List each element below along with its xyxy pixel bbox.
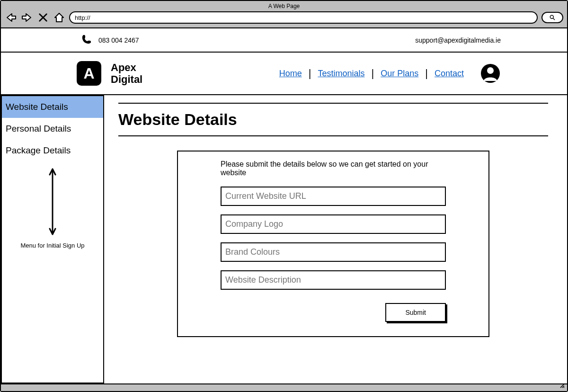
sidebar-caption: Menu for Initial Sign Up (20, 242, 84, 249)
website-description-input[interactable] (221, 270, 446, 290)
forward-icon[interactable] (21, 11, 33, 24)
content-area: Website Details Personal Details Package… (1, 95, 567, 383)
company-logo-input[interactable] (221, 214, 446, 234)
site-header: A Apex Digital Home | Testimonials | Our… (1, 53, 567, 95)
stop-icon[interactable] (37, 11, 49, 24)
status-bar (1, 383, 567, 391)
browser-toolbar: http:// (5, 11, 563, 24)
sidebar-item-personal-details[interactable]: Personal Details (2, 118, 103, 140)
nav-testimonials[interactable]: Testimonials (311, 69, 371, 79)
form-instruction: Please submit the details below so we ca… (221, 160, 446, 177)
phone-icon (81, 34, 92, 46)
brand-line2: Digital (111, 73, 142, 85)
page-title: Website Details (118, 103, 548, 136)
brand-colours-input[interactable] (221, 242, 446, 262)
sidebar-item-package-details[interactable]: Package Details (2, 140, 103, 161)
url-text: http:// (75, 14, 90, 21)
brand-group: A Apex Digital (77, 61, 142, 86)
resize-grip-icon[interactable] (559, 383, 565, 390)
home-icon[interactable] (53, 11, 65, 24)
phone-group: 083 004 2467 (81, 34, 139, 46)
search-go-button[interactable] (541, 12, 563, 23)
user-avatar-icon[interactable] (480, 63, 501, 84)
browser-title: A Web Page (5, 3, 563, 9)
nav-home[interactable]: Home (273, 69, 309, 79)
nav-contact[interactable]: Contact (428, 69, 470, 79)
support-email: support@apexdigitalmedia.ie (415, 36, 501, 44)
browser-window: A Web Page http:// (0, 0, 568, 392)
svg-point-2 (487, 67, 494, 74)
website-details-form: Please submit the details below so we ca… (177, 151, 489, 337)
sidebar-item-label: Website Details (6, 102, 68, 112)
brand-name: Apex Digital (111, 62, 142, 86)
current-website-url-input[interactable] (221, 187, 446, 206)
back-icon[interactable] (5, 11, 17, 24)
phone-number: 083 004 2467 (98, 36, 139, 44)
sidebar-annotation: Menu for Initial Sign Up (2, 166, 103, 249)
main-nav: Home | Testimonials | Our Plans | Contac… (273, 67, 470, 80)
vertical-arrow-icon (49, 166, 56, 237)
submit-button[interactable]: Submit (385, 303, 446, 322)
sidebar-item-website-details[interactable]: Website Details (2, 96, 103, 118)
url-input[interactable]: http:// (69, 11, 538, 24)
browser-chrome: A Web Page http:// (1, 1, 567, 28)
contact-topbar: 083 004 2467 support@apexdigitalmedia.ie (1, 28, 567, 53)
sidebar-item-label: Personal Details (6, 124, 71, 134)
sidebar: Website Details Personal Details Package… (1, 95, 104, 383)
nav-our-plans[interactable]: Our Plans (374, 69, 425, 79)
brand-logo-icon: A (77, 61, 101, 86)
brand-line1: Apex (111, 62, 142, 73)
sidebar-item-label: Package Details (6, 145, 71, 155)
main-panel: Website Details Please submit the detail… (104, 95, 567, 383)
